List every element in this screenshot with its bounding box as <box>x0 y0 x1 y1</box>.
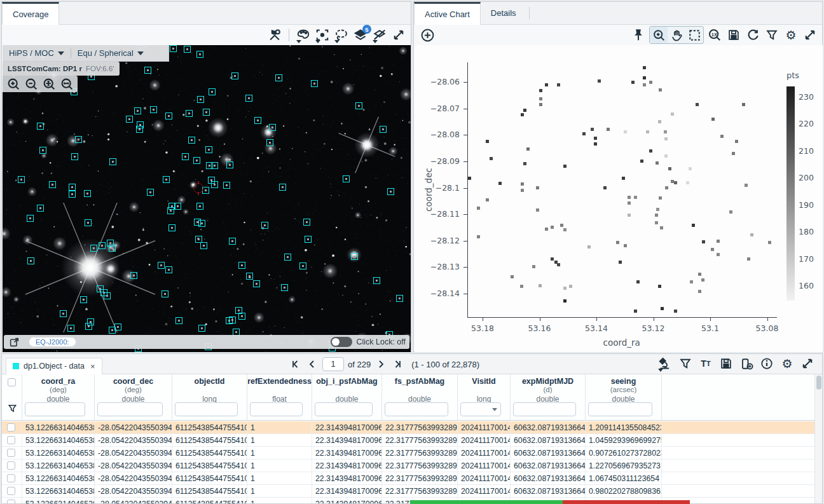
chart-point[interactable] <box>711 248 714 251</box>
chart-point[interactable] <box>607 128 610 131</box>
chart-point[interactable] <box>701 278 704 282</box>
catalog-marker[interactable] <box>161 290 168 297</box>
chart-point[interactable] <box>674 181 677 184</box>
chart-point[interactable] <box>591 128 594 131</box>
column-filter-input-coord_ra[interactable] <box>25 402 85 416</box>
chart-zoom-icon[interactable] <box>650 27 668 43</box>
catalog-marker[interactable] <box>299 262 306 269</box>
table-row[interactable]: 53.12266314046538-28.0542204355039476112… <box>2 447 814 460</box>
chart-point[interactable] <box>624 244 627 247</box>
expand-table-icon[interactable] <box>799 355 816 372</box>
catalog-marker[interactable] <box>209 88 216 95</box>
sky-image-viewer[interactable]: HiPS / MOC Equ / Spherical LSSTComCam: D… <box>3 45 411 352</box>
chart-point[interactable] <box>486 198 489 201</box>
next-page-icon[interactable] <box>374 356 387 372</box>
column-header-objectId[interactable]: objectIdlong <box>172 374 247 420</box>
add-chart-icon[interactable] <box>419 27 436 43</box>
chart-point[interactable] <box>698 290 701 293</box>
catalog-marker[interactable] <box>351 253 358 260</box>
catalog-marker[interactable] <box>37 205 44 212</box>
column-filter-input-seeing[interactable] <box>588 402 652 416</box>
catalog-marker[interactable] <box>144 67 151 74</box>
add-column-icon[interactable] <box>738 355 755 372</box>
catalog-marker[interactable] <box>387 188 394 195</box>
catalog-marker[interactable] <box>37 123 44 130</box>
column-header-obj_i_psfAbMag[interactable]: obj_i_psfAbMagdouble <box>312 374 382 420</box>
chart-point[interactable] <box>735 140 738 143</box>
chart-point[interactable] <box>523 109 526 112</box>
chart-point[interactable] <box>664 137 668 140</box>
column-header-coord_ra[interactable]: coord_ra(deg)double <box>22 374 95 420</box>
catalog-marker[interactable] <box>182 153 189 160</box>
catalog-marker[interactable] <box>174 203 181 210</box>
catalog-marker[interactable] <box>211 162 218 169</box>
microscope-icon[interactable] <box>657 355 673 372</box>
open-external-icon[interactable] <box>8 336 20 348</box>
catalog-marker[interactable] <box>343 175 350 182</box>
catalog-marker[interactable] <box>284 254 291 261</box>
catalog-marker[interactable] <box>193 157 200 164</box>
expand-chart-icon[interactable] <box>802 27 818 43</box>
chart-point[interactable] <box>628 201 631 205</box>
catalog-marker[interactable] <box>60 310 67 317</box>
catalog-marker[interactable] <box>396 295 403 302</box>
chart-point[interactable] <box>729 210 732 214</box>
catalog-marker[interactable] <box>71 153 78 160</box>
scrollbar-thumb[interactable] <box>816 376 821 390</box>
chart-point[interactable] <box>634 310 637 313</box>
chart-point[interactable] <box>692 224 695 227</box>
chart-point[interactable] <box>689 167 692 170</box>
chart-point[interactable] <box>686 181 689 184</box>
chart-point[interactable] <box>646 130 649 133</box>
chart-point[interactable] <box>536 208 539 212</box>
chart-point[interactable] <box>619 261 622 264</box>
table-row[interactable]: 53.12266314046538-28.0542204355039476112… <box>2 434 814 447</box>
chart-point[interactable] <box>720 135 724 138</box>
chart-point[interactable] <box>603 186 607 189</box>
catalog-marker[interactable] <box>39 147 46 154</box>
catalog-marker[interactable] <box>75 136 82 143</box>
chart-point[interactable] <box>750 233 753 236</box>
chart-point[interactable] <box>551 257 554 261</box>
catalog-marker[interactable] <box>253 280 260 287</box>
chart-point[interactable] <box>557 263 560 266</box>
catalog-marker[interactable] <box>245 95 252 102</box>
first-page-icon[interactable] <box>289 356 302 372</box>
tab-active-chart[interactable]: Active Chart <box>414 2 481 25</box>
chart-point[interactable] <box>587 245 591 249</box>
chart-point[interactable] <box>594 137 597 140</box>
table-filter-icon[interactable] <box>677 355 694 372</box>
catalog-marker[interactable] <box>109 158 116 165</box>
catalog-marker[interactable] <box>254 117 261 124</box>
catalog-marker[interactable] <box>198 220 205 227</box>
chart-point[interactable] <box>486 140 489 143</box>
catalog-marker[interactable] <box>226 161 233 168</box>
chart-point[interactable] <box>477 207 480 210</box>
chart-point[interactable] <box>490 157 493 160</box>
save-table-icon[interactable] <box>718 355 734 372</box>
catalog-marker[interactable] <box>186 110 193 117</box>
close-table-icon[interactable]: × <box>90 362 95 371</box>
column-header-coord_dec[interactable]: coord_dec(deg)double <box>95 374 172 420</box>
info-icon[interactable] <box>759 355 775 372</box>
hips-moc-dropdown[interactable]: HiPS / MOC <box>3 48 71 58</box>
catalog-marker[interactable] <box>109 245 116 252</box>
column-filter-input-coord_dec[interactable] <box>97 402 163 416</box>
catalog-marker[interactable] <box>90 245 97 252</box>
column-filter-icon[interactable] <box>8 404 17 416</box>
column-header-refExtendedness[interactable]: refExtendednessfloat <box>247 374 312 420</box>
chart-point[interactable] <box>745 184 748 187</box>
table-row[interactable]: 53.12266314046538-28.0542204355039476112… <box>2 472 814 485</box>
catalog-marker[interactable] <box>165 266 172 273</box>
chart-point[interactable] <box>563 299 566 303</box>
chart-point[interactable] <box>631 81 635 84</box>
chart-point[interactable] <box>649 81 652 84</box>
chart-point[interactable] <box>526 147 530 151</box>
column-filter-input-refExtendedness[interactable] <box>250 402 303 416</box>
table-row[interactable]: 53.12266314046538-28.0542204355039476112… <box>2 460 814 472</box>
chart-point[interactable] <box>717 253 720 256</box>
zoom-fill-icon[interactable] <box>58 76 75 92</box>
catalog-marker[interactable] <box>229 317 236 324</box>
chart-point[interactable] <box>557 83 560 86</box>
chart-point[interactable] <box>582 132 586 135</box>
